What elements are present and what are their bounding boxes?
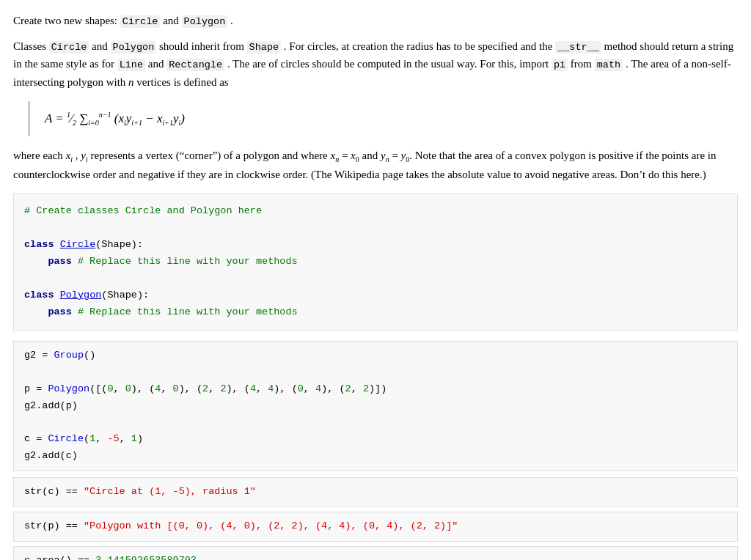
p1-shape: Shape	[247, 41, 282, 54]
formula-block: A = 1⁄2 ∑i=0n−1 (xiyi+1 − xi+1yi)	[28, 101, 738, 136]
cell-group-setup[interactable]: g2 = Group() p = Polygon([(0, 0), (4, 0)…	[13, 341, 738, 472]
intro-line: Create two new shapes: Circle and Polygo…	[13, 12, 738, 30]
paragraph1: Classes Circle and Polygon should inheri…	[13, 37, 738, 91]
intro-text: Create two new shapes:	[13, 15, 120, 26]
paragraph2: where each xi , yi represents a vertex (…	[13, 147, 738, 183]
p1-pi: pi	[552, 59, 568, 71]
code-class-polygon: class Polygon(Shape):	[24, 287, 727, 304]
intro-polygon: Polygon	[182, 15, 228, 28]
result-c-area-prefix: c.area() ==	[24, 555, 95, 560]
formula: A = 1⁄2 ∑i=0n−1 (xiyi+1 − xi+1yi)	[45, 108, 723, 129]
p1-rectangle: Rectangle	[166, 59, 224, 71]
code-circle-pass: pass # Replace this line with your metho…	[24, 254, 727, 270]
cell-blank2	[24, 414, 727, 431]
code-comment-line: # Create classes Circle and Polygon here	[24, 203, 727, 220]
intro-period: .	[227, 15, 233, 26]
cell-c-circle: c = Circle(1, -5, 1)	[24, 431, 727, 448]
code-editor-block[interactable]: # Create classes Circle and Polygon here…	[13, 194, 738, 331]
p1-line: Line	[117, 59, 145, 71]
result-str-p: str(p) == "Polygon with [(0, 0), (4, 0),…	[13, 512, 738, 542]
p1-str: __str__	[555, 41, 601, 54]
p1-math: math	[595, 59, 623, 71]
intro-and: and	[160, 15, 181, 26]
result-c-area: c.area() == 3.141592653589793	[13, 546, 738, 560]
result-str-p-prefix: str(p) ==	[24, 520, 84, 531]
result-str-c: str(c) == "Circle at (1, -5), radius 1"	[13, 477, 738, 507]
cell-g2-add-c: g2.add(c)	[24, 448, 727, 465]
cell-p-polygon: p = Polygon([(0, 0), (4, 0), (2, 2), (4,…	[24, 381, 727, 398]
result-str-p-value: "Polygon with [(0, 0), (4, 0), (2, 2), (…	[84, 520, 458, 531]
intro-circle: Circle	[120, 15, 161, 28]
p1-polygon: Polygon	[111, 41, 157, 54]
cell-g2-add-p: g2.add(p)	[24, 398, 727, 415]
code-class-circle: class Circle(Shape):	[24, 237, 727, 254]
p1-circle: Circle	[49, 41, 89, 54]
code-blank2	[24, 270, 727, 287]
result-str-c-value: "Circle at (1, -5), radius 1"	[84, 486, 256, 497]
cell-g2-group: g2 = Group()	[24, 347, 727, 364]
result-str-c-prefix: str(c) ==	[24, 486, 84, 497]
code-polygon-pass: pass # Replace this line with your metho…	[24, 304, 727, 321]
cell-blank	[24, 364, 727, 381]
code-blank1	[24, 220, 727, 237]
result-c-area-value: 3.141592653589793	[95, 555, 197, 560]
